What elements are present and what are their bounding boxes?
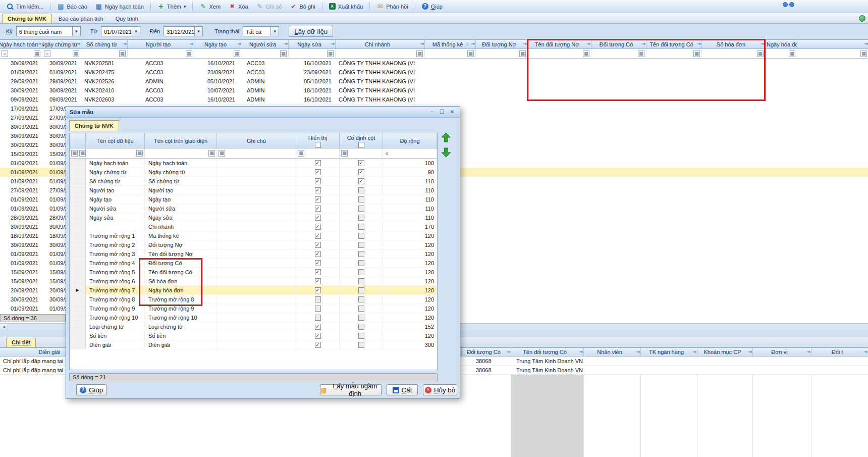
column-header[interactable]: Ngày hạch toán: [0, 40, 42, 48]
fixed-checkbox[interactable]: [358, 315, 364, 321]
tab-chi-tiet[interactable]: Chi tiết: [6, 338, 36, 347]
visible-checkbox[interactable]: [315, 260, 321, 266]
cell-note[interactable]: [217, 222, 296, 231]
column-config-row[interactable]: Trường mở rộng 4 Đối tượng Có 120: [70, 259, 437, 268]
row-selector[interactable]: [70, 249, 86, 259]
column-config-row[interactable]: Trường mở rộng 6 Số hóa đơn 120: [70, 277, 437, 286]
cell-width[interactable]: 120: [383, 259, 437, 268]
column-config-row[interactable]: Ngày hạch toán Ngày hạch toán 100: [70, 159, 437, 168]
visible-checkbox[interactable]: [315, 315, 321, 321]
cell-ui-column-name[interactable]: Số tiền: [145, 331, 217, 340]
cell-note[interactable]: [217, 213, 296, 222]
cell-note[interactable]: [217, 204, 296, 213]
cell-note[interactable]: [217, 195, 296, 204]
period-select[interactable]: 6 tháng cuối năm: [16, 26, 81, 36]
filter-icon[interactable]: [34, 50, 40, 57]
column-header[interactable]: Ngày tạo: [194, 40, 242, 48]
dialog-title-bar[interactable]: Sửa mẫu: [66, 107, 460, 118]
visible-checkbox[interactable]: [315, 306, 321, 312]
row-selector[interactable]: [70, 222, 86, 231]
row-selector[interactable]: [70, 186, 86, 195]
row-selector[interactable]: [70, 195, 86, 204]
fixed-checkbox[interactable]: [358, 224, 364, 230]
visible-checkbox[interactable]: [315, 196, 321, 202]
column-config-row[interactable]: Trường mở rộng 5 Tên đối tượng Có 120: [70, 268, 437, 277]
scroll-left-icon[interactable]: [0, 324, 8, 330]
cell-ui-column-name[interactable]: Đối tượng Có: [145, 259, 217, 268]
column-config-row[interactable]: Ngày sửa Ngày sửa 110: [70, 213, 437, 222]
less-equal-icon[interactable]: [385, 150, 389, 156]
cell-width[interactable]: 110: [383, 195, 437, 204]
cell-width[interactable]: 120: [383, 331, 437, 340]
filter-icon[interactable]: [519, 50, 526, 57]
column-header-visible[interactable]: Hiển thị: [296, 133, 340, 148]
column-config-row[interactable]: Ngày tạo Ngày tạo 110: [70, 195, 437, 204]
table-row[interactable]: 30/09/2021 30/09/2021 NVK202410 ACC03 10…: [0, 86, 868, 95]
export-button[interactable]: Xuất khẩu: [326, 2, 367, 11]
column-header[interactable]: Đối tượng Có: [591, 40, 646, 48]
from-date-select[interactable]: 01/07/2021: [101, 26, 140, 36]
column-config-row[interactable]: Trường mở rộng 3 Tên đối tượng Nợ 120: [70, 249, 437, 259]
filter-icon[interactable]: [757, 50, 764, 57]
delete-button[interactable]: Xóa: [225, 2, 252, 12]
fixed-checkbox[interactable]: [358, 287, 364, 293]
row-selector[interactable]: [70, 277, 86, 286]
cell-width[interactable]: 120: [383, 295, 437, 304]
cell-width[interactable]: 120: [383, 240, 437, 249]
column-config-row[interactable]: Số tiền Số tiền 120: [70, 331, 437, 340]
visible-checkbox[interactable]: [315, 206, 321, 212]
cell-width[interactable]: 120: [383, 304, 437, 313]
tab-chung-tu-nvk[interactable]: Chứng từ NVK: [2, 14, 52, 23]
fixed-checkbox[interactable]: [358, 306, 364, 312]
load-data-button[interactable]: Lấy dữ liệu: [289, 26, 333, 37]
visible-checkbox[interactable]: [315, 224, 321, 230]
row-selector[interactable]: [70, 231, 86, 240]
pin-column-icon[interactable]: [697, 41, 701, 46]
cell-width[interactable]: 120: [383, 277, 437, 286]
tab-quy-trinh[interactable]: Quy trình: [110, 14, 144, 23]
fixed-checkbox[interactable]: [358, 160, 364, 166]
column-config-row[interactable]: Trường mở rộng 2 Đối tượng Nợ 120: [70, 240, 437, 249]
filter-icon[interactable]: [693, 50, 700, 57]
pin-column-icon[interactable]: [748, 349, 752, 354]
cell-note[interactable]: [217, 304, 296, 313]
column-header[interactable]: Nhân viên: [584, 348, 641, 356]
search-button[interactable]: Tìm kiếm...: [3, 2, 47, 12]
pin-column-icon[interactable]: [420, 41, 424, 46]
cell-width[interactable]: 90: [383, 168, 437, 177]
cell-note[interactable]: [217, 331, 296, 340]
cell-ui-column-name[interactable]: Chi nhánh: [145, 222, 217, 231]
pin-column-icon[interactable]: [506, 349, 510, 354]
column-config-row[interactable]: Trường mở rộng 7 Ngày hóa đơn 120: [70, 286, 437, 295]
cell-ui-column-name[interactable]: Trường mở rộng 8: [145, 295, 217, 304]
cell-note[interactable]: [217, 313, 296, 322]
pin-column-icon[interactable]: [864, 41, 868, 46]
row-selector[interactable]: [70, 340, 86, 349]
column-header[interactable]: Số hóa đơn: [702, 40, 766, 48]
filter-icon[interactable]: [583, 50, 589, 57]
fixed-checkbox[interactable]: [358, 333, 364, 339]
fixed-checkbox[interactable]: [358, 169, 364, 175]
pin-column-icon[interactable]: [636, 349, 640, 354]
cell-ui-column-name[interactable]: Ngày hóa đơn: [145, 286, 217, 295]
column-config-row[interactable]: Diễn giải Diễn giải 300: [70, 340, 437, 349]
visible-checkbox[interactable]: [315, 287, 321, 293]
row-selector[interactable]: [70, 213, 86, 222]
column-config-row[interactable]: Số chứng từ Số chứng từ 110: [70, 177, 437, 186]
visible-checkbox[interactable]: [315, 278, 321, 284]
table-row[interactable]: 01/09/2021 01/09/2021 NVK202475 ACC03 23…: [0, 68, 868, 77]
cell-note[interactable]: [217, 168, 296, 177]
cell-width[interactable]: 120: [383, 313, 437, 322]
add-button[interactable]: Thêm: [154, 2, 190, 12]
filter-icon[interactable]: [638, 50, 644, 57]
column-config-row[interactable]: Trường mở rộng 1 Mã thống kê 120: [70, 231, 437, 240]
cell-note[interactable]: [217, 159, 296, 168]
pin-column-icon[interactable]: [523, 41, 527, 46]
row-selector[interactable]: [70, 204, 86, 213]
visible-checkbox[interactable]: [315, 269, 321, 275]
table-row[interactable]: 29/09/2021 29/09/2021 NVK202526 ADMIN 05…: [0, 77, 868, 86]
visible-checkbox[interactable]: [315, 342, 321, 348]
cell-ui-column-name[interactable]: Người tạo: [145, 186, 217, 195]
unpost-button[interactable]: Bỏ ghi: [286, 2, 318, 12]
window-gadget-icon[interactable]: [783, 2, 788, 7]
